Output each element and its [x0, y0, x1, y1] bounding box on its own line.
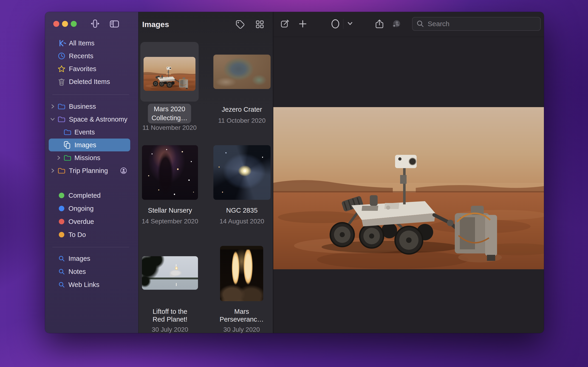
- sidebar-folder-business[interactable]: Business: [45, 100, 138, 113]
- folder-icon: [64, 155, 71, 161]
- trash-icon: [58, 78, 65, 85]
- chevron-right-icon[interactable]: [57, 156, 61, 160]
- search-icon: [58, 255, 65, 262]
- card-thumbnail-stellar-nursery[interactable]: [142, 145, 198, 200]
- sidebar-item-recents[interactable]: Recents: [45, 50, 138, 62]
- search-icon: [416, 20, 424, 28]
- sidebar-status-completed[interactable]: Completed: [45, 189, 138, 202]
- card-thumbnail-liftoff[interactable]: [142, 256, 198, 290]
- star-icon: [58, 65, 65, 73]
- status-dot-blue: [59, 206, 64, 211]
- chevron-down-icon[interactable]: [346, 21, 354, 27]
- folder-icon: [58, 103, 65, 110]
- card-date: 11 November 2020: [142, 124, 197, 131]
- card-date: 14 September 2020: [142, 218, 198, 225]
- status-dot-green: [59, 193, 64, 198]
- sidebar-search-web-links[interactable]: Web Links: [45, 278, 138, 291]
- close-button[interactable]: [53, 21, 59, 27]
- card-title[interactable]: Liftoff to the Red Planet!: [153, 308, 187, 323]
- folder-icon: [58, 116, 65, 123]
- card-date: 14 August 2020: [220, 218, 264, 225]
- tag-icon[interactable]: [235, 19, 245, 29]
- card-title[interactable]: Stellar Nursery: [148, 206, 192, 214]
- card-thumbnail-jezero-crater[interactable]: [213, 55, 271, 89]
- chevron-right-icon[interactable]: [51, 168, 55, 173]
- sidebar-search-images[interactable]: Images: [45, 252, 138, 265]
- chevron-right-icon[interactable]: [51, 104, 55, 109]
- compact-width-icon[interactable]: [90, 19, 100, 28]
- sidebar-folder-trip-planning[interactable]: Trip Planning: [45, 164, 138, 177]
- item-list-pane: Images Mars 2020 Collecting… 11 November…: [138, 12, 273, 333]
- sidebar-status-overdue[interactable]: Overdue: [45, 215, 138, 228]
- search-icon: [58, 281, 65, 288]
- grid-view-icon[interactable]: [255, 19, 265, 29]
- sidebar-status-ongoing[interactable]: Ongoing: [45, 202, 138, 215]
- zoom-button[interactable]: [71, 21, 77, 27]
- status-dot-orange: [59, 232, 64, 237]
- keepit-logo-icon: [57, 39, 66, 47]
- sidebar-search-notes[interactable]: Notes: [45, 265, 138, 278]
- card-thumbnail-ngc-2835[interactable]: [213, 145, 271, 200]
- card-date: 30 July 2020: [152, 326, 188, 333]
- sidebar-item-favorites[interactable]: Favorites: [45, 62, 138, 75]
- plus-icon[interactable]: [298, 19, 308, 29]
- sidebar-divider: [52, 247, 129, 247]
- status-circle-icon[interactable]: [330, 19, 340, 29]
- sidebar-item-all-items[interactable]: All Items: [45, 37, 138, 50]
- compose-icon[interactable]: [280, 19, 290, 29]
- card-title[interactable]: Jezero Crater: [222, 106, 262, 113]
- search-input[interactable]: [427, 20, 536, 28]
- preview-pane: [273, 12, 544, 333]
- card-title-pill[interactable]: Mars 2020 Collecting…: [148, 104, 191, 123]
- sidebar-folder-space-astronomy[interactable]: Space & Astronomy: [45, 113, 138, 126]
- shared-person-icon: [120, 167, 128, 175]
- app-window: All Items Recents Favorites: [45, 12, 544, 333]
- sidebar-item-deleted-items[interactable]: Deleted Items: [45, 75, 138, 88]
- status-dot-red: [59, 219, 64, 224]
- toolbar-separator: [343, 19, 343, 29]
- search-field[interactable]: [412, 17, 541, 31]
- sidebar: All Items Recents Favorites: [45, 12, 138, 333]
- search-icon: [58, 268, 65, 275]
- sidebar-folder-images-selected[interactable]: Images: [45, 139, 138, 151]
- card-title[interactable]: Mars Perseveranc…: [220, 308, 264, 323]
- clock-icon: [58, 52, 65, 60]
- toolbar-divider: [273, 37, 544, 37]
- card-date: 11 October 2020: [218, 117, 266, 124]
- sidebar-divider: [52, 94, 129, 95]
- page-title: Images: [142, 20, 169, 29]
- folder-icon: [58, 167, 65, 174]
- images-stack-icon: [63, 141, 71, 149]
- share-icon[interactable]: [374, 19, 384, 29]
- sidebar-folder-events[interactable]: Events: [45, 126, 138, 139]
- sidebar-folder-missions[interactable]: Missions: [45, 151, 138, 164]
- preview-image-mars-rover: [273, 107, 544, 269]
- add-people-icon[interactable]: [392, 19, 402, 29]
- card-date: 30 July 2020: [224, 326, 260, 333]
- minimize-button[interactable]: [62, 21, 68, 27]
- sidebar-toggle-icon[interactable]: [109, 19, 120, 28]
- folder-icon: [64, 129, 71, 135]
- card-title[interactable]: NGC 2835: [226, 206, 258, 214]
- card-thumbnail-perseverance-launch[interactable]: [220, 246, 263, 301]
- chevron-down-icon[interactable]: [50, 117, 55, 121]
- sidebar-status-todo[interactable]: To Do: [45, 228, 138, 241]
- card-thumbnail-mars-rover[interactable]: [144, 57, 195, 91]
- list-header: Images: [138, 12, 273, 37]
